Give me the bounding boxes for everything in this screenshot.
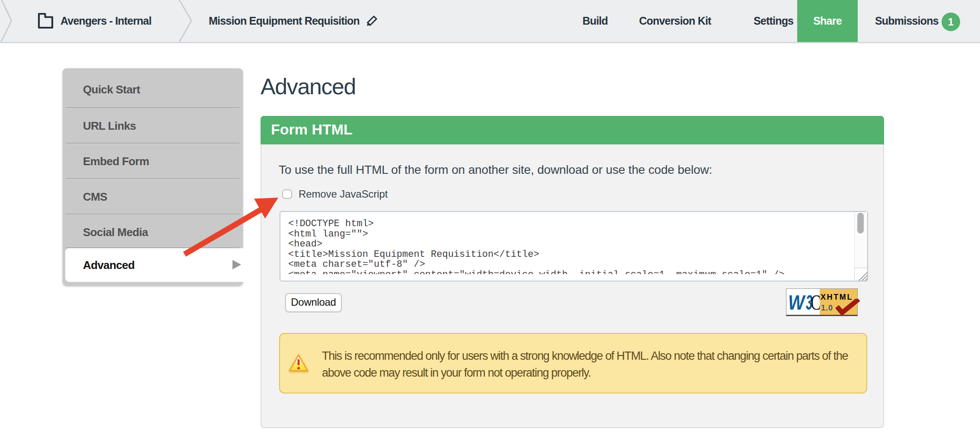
svg-text:W: W [788,290,806,314]
svg-text:C: C [811,291,821,314]
